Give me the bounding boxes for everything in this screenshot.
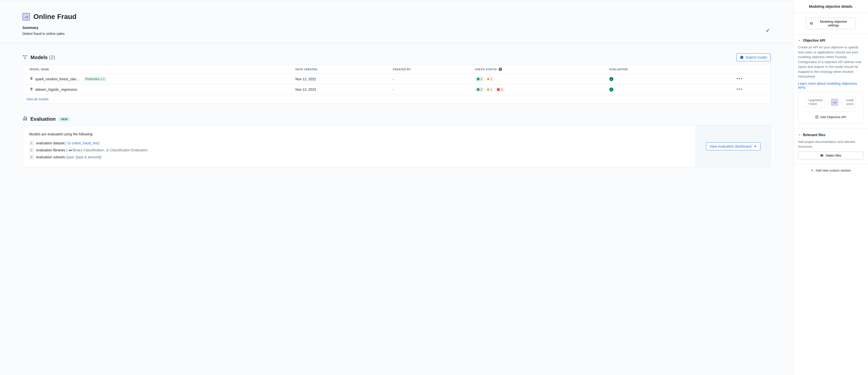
models-count: (2) bbox=[49, 55, 55, 60]
objective-settings-button[interactable]: Modeling objective settings bbox=[806, 18, 856, 29]
api-description: Create an API for your objective to spec… bbox=[798, 45, 864, 79]
model-icon bbox=[30, 87, 33, 92]
models-icon bbox=[23, 55, 27, 60]
api-model-icon bbox=[831, 99, 838, 106]
table-row[interactable]: spark_random_forest_clas… Production 1.1… bbox=[23, 74, 771, 84]
eval-check-icon bbox=[609, 77, 613, 81]
panel-title: Modeling objective details bbox=[794, 0, 868, 13]
submit-model-label: Submit model bbox=[746, 55, 767, 59]
svg-rect-12 bbox=[26, 117, 27, 120]
svg-rect-13 bbox=[68, 143, 70, 144]
relevant-files-header[interactable]: Relevant files bbox=[798, 133, 864, 137]
dataset-link[interactable]: online_fraud_test bbox=[71, 141, 98, 145]
view-dashboard-button[interactable]: View evaluation dashboard bbox=[706, 143, 761, 150]
svg-rect-11 bbox=[25, 118, 25, 121]
table-row[interactable]: sklearn_logistic_regression Nov 12, 2022… bbox=[23, 84, 771, 95]
objective-icon bbox=[23, 13, 30, 21]
svg-point-15 bbox=[107, 150, 108, 151]
eval-check-icon bbox=[609, 88, 613, 92]
check-chip-green: 2 bbox=[475, 87, 484, 92]
chevron-down-icon bbox=[798, 133, 801, 136]
model-created-by: - bbox=[389, 88, 471, 92]
check-chip-orange: 2 bbox=[485, 77, 494, 81]
new-badge: NEW bbox=[59, 117, 70, 121]
svg-rect-10 bbox=[23, 119, 24, 121]
col-evaluation: EVALUATION bbox=[606, 68, 733, 71]
svg-point-2 bbox=[25, 58, 26, 59]
row-menu-button[interactable]: ••• bbox=[737, 87, 743, 92]
select-files-button[interactable]: Select files bbox=[798, 152, 864, 159]
svg-point-5 bbox=[487, 78, 489, 80]
check-chip-green: 2 bbox=[475, 77, 484, 81]
models-table: MODEL NAME DATE CREATED CREATED BY CHECK… bbox=[23, 65, 771, 104]
add-custom-section-button[interactable]: Add new custom section bbox=[794, 164, 868, 177]
col-created-by: CREATED BY bbox=[389, 68, 471, 71]
svg-rect-9 bbox=[498, 89, 499, 90]
plus-icon bbox=[811, 169, 814, 172]
model-date: Nov 12, 2022 bbox=[292, 88, 389, 92]
chevron-down-icon bbox=[798, 39, 801, 42]
summary-label: Summary bbox=[23, 26, 65, 30]
eval-item: 2 evaluation subsets (type, [type & amou… bbox=[29, 154, 689, 161]
eval-item: 2 evaluation libraries ( ●● Binary Class… bbox=[29, 147, 689, 154]
info-icon[interactable]: i bbox=[499, 68, 502, 71]
check-chip-red: 1 bbox=[495, 87, 504, 92]
models-title: Models bbox=[30, 55, 48, 60]
svg-point-7 bbox=[487, 89, 489, 90]
page-title: Online Fraud bbox=[33, 13, 76, 21]
objective-api-header[interactable]: Objective API bbox=[798, 38, 864, 42]
submit-model-button[interactable]: Submit model bbox=[736, 53, 771, 61]
learn-more-link[interactable]: Learn more about modeling objectives API… bbox=[798, 82, 864, 90]
evaluation-icon bbox=[23, 116, 27, 122]
model-name: sklearn_logistic_regression bbox=[35, 88, 77, 92]
col-check-status: CHECK STATUS bbox=[475, 68, 497, 71]
api-diagram: • payments • client credit score Add Obj… bbox=[798, 92, 864, 124]
model-name: spark_random_forest_clas… bbox=[35, 77, 80, 81]
evaluation-title: Evaluation bbox=[30, 116, 56, 122]
col-date: DATE CREATED bbox=[292, 68, 389, 71]
files-description: Add project documentation and relevant r… bbox=[798, 139, 864, 149]
col-model-name: MODEL NAME bbox=[23, 68, 292, 71]
model-created-by: - bbox=[389, 77, 471, 81]
check-chip-orange: 1 bbox=[485, 87, 494, 92]
eval-item: 1 evaluation dataset ( online_fraud_test… bbox=[29, 139, 689, 147]
model-date: Nov 12, 2022 bbox=[292, 77, 389, 81]
evaluation-intro: Models are evaluated using the following… bbox=[29, 132, 689, 136]
row-menu-button[interactable]: ••• bbox=[737, 76, 743, 82]
summary-text: Detect fraud in online sales bbox=[23, 32, 65, 36]
view-all-models-link[interactable]: View all models bbox=[23, 95, 771, 103]
edit-summary-button[interactable] bbox=[765, 27, 771, 34]
folder-icon bbox=[820, 154, 824, 157]
model-icon bbox=[30, 77, 33, 81]
add-objective-api-button[interactable]: Add Objective API bbox=[803, 115, 859, 119]
model-tag: Production 1.1 bbox=[83, 77, 106, 81]
